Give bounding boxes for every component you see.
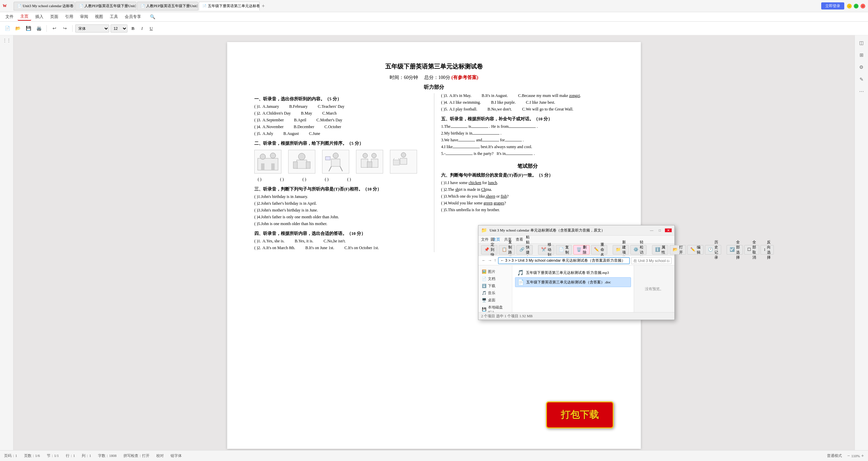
delete-icon: 🗑️ — [576, 247, 581, 252]
select-all-label: 全部选择 — [736, 240, 740, 260]
download-text: 打包下载 — [561, 408, 599, 421]
fe-sidebar-downloads[interactable]: ⬇️ 下载 — [480, 282, 511, 289]
svg-point-15 — [372, 153, 376, 158]
fe-delete-button[interactable]: 🗑️ 删除 — [573, 245, 590, 255]
fe-edit-button[interactable]: ✏️ 编辑 — [687, 245, 704, 255]
fe-sidebar-drive-c[interactable]: 💾 本地磁盘 (C:) — [480, 304, 511, 312]
fe-search-input[interactable] — [631, 257, 672, 264]
fe-open-button[interactable]: 📂 打开 — [670, 245, 686, 255]
deselect-icon: ☐ — [747, 247, 751, 252]
font-match-indicator[interactable]: 链字体 — [171, 453, 182, 458]
ribbon-review[interactable]: 审阅 — [77, 13, 91, 20]
new-button[interactable]: 📄 — [3, 24, 12, 33]
sidebar-icon-2[interactable]: ⊞ — [857, 50, 866, 60]
drag-handle-icon[interactable]: ⋮⋮ — [3, 38, 11, 43]
add-tab-button[interactable]: + — [260, 3, 266, 9]
fe-file-doc[interactable]: 📄 五年级下册英语第三单元达标测试卷（含答案）.doc — [515, 277, 631, 287]
login-button[interactable]: 立即登录 — [821, 2, 844, 9]
pin-icon: 📌 — [484, 247, 489, 252]
fe-minimize-button[interactable]: — — [649, 228, 655, 232]
ribbon-file[interactable]: 文件 — [3, 13, 16, 20]
fe-history-button[interactable]: 🕐 历史记录 — [705, 245, 721, 255]
fe-up-button[interactable]: ↑ — [493, 258, 497, 263]
ribbon-tools[interactable]: 工具 — [107, 13, 121, 20]
fe-pin-button[interactable]: 📌 固定到快速 — [481, 245, 497, 255]
save-button[interactable]: 💾 — [24, 24, 33, 33]
zoom-in-button[interactable]: + — [861, 453, 864, 459]
download-banner[interactable]: 打包下载 — [546, 401, 614, 428]
open-button[interactable]: 📂 — [13, 24, 23, 33]
fe-maximize-button[interactable]: □ — [657, 228, 662, 232]
writing-section-title: 笔试部分 — [441, 163, 614, 169]
sidebar-icon-5[interactable]: ⋯ — [857, 87, 866, 96]
fe-menu-view[interactable]: 查看 — [516, 237, 523, 242]
fe-sidebar-documents[interactable]: 📄 文档 — [480, 275, 511, 282]
fe-sidebar-desktop[interactable]: 🖥️ 桌面 — [480, 297, 511, 304]
tab-4[interactable]: 📄 五年级下册英语第三单元达标卷... × — [199, 2, 260, 11]
redo-button[interactable]: ↪ — [60, 24, 70, 33]
align-indicator[interactable]: 校对 — [156, 453, 164, 458]
print-button[interactable]: 🖨️ — [34, 24, 44, 33]
zoom-level: 110% — [851, 454, 860, 458]
tab-3[interactable]: 📄 人教PEP版英语五年级下册Unit3My... × — [137, 2, 198, 11]
sidebar-icon-1[interactable]: ◫ — [857, 38, 866, 47]
ribbon-page[interactable]: 页面 — [47, 13, 61, 20]
undo-button[interactable]: ↩ — [50, 24, 59, 33]
tab-2[interactable]: 📄 人教PEP版英语五年级下册Unit3My... × — [75, 2, 136, 11]
sidebar-icon-4[interactable]: ✎ — [857, 75, 866, 84]
fe-back-button[interactable]: ← — [481, 258, 487, 263]
font-name-selector[interactable]: 宋体 — [75, 24, 109, 33]
underline-button[interactable]: U — [147, 24, 155, 33]
ribbon-home[interactable]: 主页 — [18, 13, 31, 21]
maximize-button[interactable]: □ — [854, 4, 859, 8]
bold-button[interactable]: B — [129, 24, 137, 33]
fe-sidebar-music[interactable]: 🎵 音乐 — [480, 289, 511, 297]
italic-button[interactable]: I — [138, 24, 146, 33]
p1-i2-bracket: ( )2. — [254, 111, 261, 116]
fe-new-button[interactable]: 📁 新建项目 — [613, 245, 629, 255]
fe-move-button[interactable]: ✂️ 移动到 — [538, 245, 554, 255]
ribbon-insert[interactable]: 插入 — [33, 13, 46, 20]
no-preview-text: 没有预览。 — [645, 286, 664, 292]
zoom-out-button[interactable]: − — [847, 453, 850, 459]
p6-item3: ( )3.Which one do you like,sheep or fish… — [441, 194, 614, 199]
fe-props-button[interactable]: ℹ️ 属性 — [652, 245, 668, 255]
fe-easy-access-button[interactable]: ⚙️ 轻松访问 — [630, 245, 647, 255]
fe-select-all-button[interactable]: ☑️ 全部选择 — [727, 245, 743, 255]
fe-body: 🖼️ 图片 📄 文档 ⬇️ 下载 🎵 音乐 — [478, 265, 674, 312]
mode-indicator[interactable]: 普通模式 — [827, 453, 842, 458]
fe-deselect-button[interactable]: ☐ 全部取消 — [744, 245, 759, 255]
deselect-label: 全部取消 — [752, 240, 756, 260]
fe-forward-button[interactable]: → — [487, 258, 493, 263]
fe-invert-button[interactable]: ↕️ 反向选择 — [761, 245, 774, 255]
fe-copy-path-button[interactable]: 📋 复制路径 — [499, 245, 515, 255]
fe-address-input[interactable] — [498, 257, 630, 264]
sidebar-icon-3[interactable]: ⚙ — [857, 62, 866, 72]
fe-sidebar-pictures[interactable]: 🖼️ 图片 — [480, 268, 511, 275]
downloads-label: 下载 — [488, 283, 495, 288]
close-button[interactable]: × — [861, 4, 865, 8]
music-icon: 🎵 — [482, 291, 487, 295]
p4-item2: ( )2. A.It's on March 8th. B.It's on Jun… — [254, 245, 424, 250]
listening-section-title: 听力部分 — [254, 84, 614, 91]
ribbon-vip[interactable]: 会员专享 — [122, 13, 144, 20]
answer-label: (有参考答案) — [451, 75, 478, 80]
minimize-button[interactable]: − — [847, 4, 852, 8]
fe-sidebar: 🖼️ 图片 📄 文档 ⬇️ 下载 🎵 音乐 — [478, 265, 512, 312]
img-box-2 — [288, 150, 315, 174]
fe-close-button[interactable]: ✕ — [665, 228, 672, 232]
ribbon-view[interactable]: 视图 — [92, 13, 106, 20]
tab-1[interactable]: 📄 Unit3 My school calendar 达标卷 × — [14, 2, 75, 11]
p1-i5-options: A.July B.August C.June — [262, 131, 320, 136]
fe-shortcut-button[interactable]: 🔗 粘贴快捷方式 — [516, 245, 533, 255]
ribbon-reference[interactable]: 引用 — [62, 13, 76, 20]
font-size-selector[interactable]: 12 — [111, 24, 127, 33]
fe-file-mp3[interactable]: 🎵 五年级下册英语第三单元达标测试卷 听力音频.mp3 — [515, 268, 631, 277]
zoom-bar: − 110% + — [847, 453, 864, 459]
tab-2-label: 人教PEP版英语五年级下册Unit3My... — [84, 3, 136, 8]
fe-menu-file[interactable]: 文件 — [481, 237, 489, 242]
svg-point-1 — [260, 154, 265, 159]
fe-rename-button[interactable]: ✏️ 重命名 — [591, 245, 607, 255]
fe-copy-button[interactable]: 📄 复制 — [556, 245, 572, 255]
search-button[interactable]: 🔍 — [148, 13, 157, 21]
